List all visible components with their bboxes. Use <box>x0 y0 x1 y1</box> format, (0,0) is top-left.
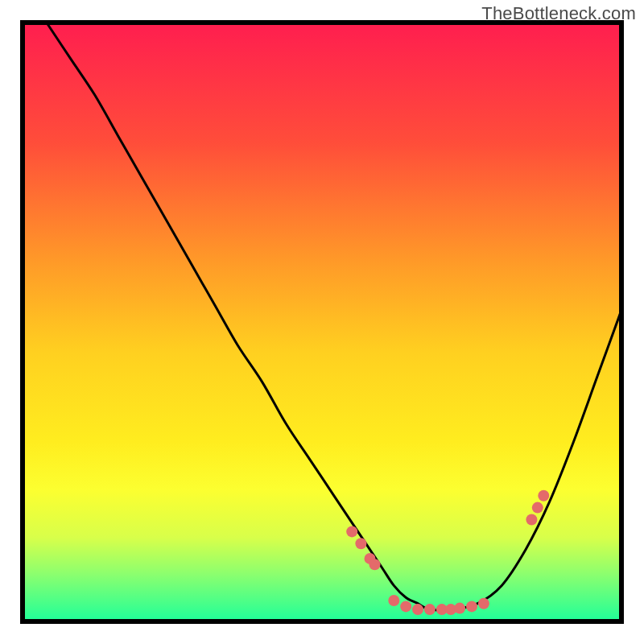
watermark-text: TheBottleneck.com <box>481 3 636 24</box>
plot-area <box>23 23 621 621</box>
marker-point <box>538 490 549 502</box>
marker-point <box>369 559 381 570</box>
marker-point <box>424 604 436 615</box>
marker-point <box>454 603 465 614</box>
gradient-background <box>23 23 621 621</box>
marker-point <box>355 538 366 549</box>
marker-point <box>388 595 399 606</box>
chart-svg <box>0 0 644 644</box>
chart-container: TheBottleneck.com <box>0 0 644 644</box>
marker-point <box>412 604 423 615</box>
marker-point <box>346 526 357 537</box>
marker-point <box>526 514 537 526</box>
marker-point <box>478 598 489 609</box>
marker-point <box>466 601 477 612</box>
marker-point <box>400 601 411 612</box>
marker-point <box>532 502 543 514</box>
